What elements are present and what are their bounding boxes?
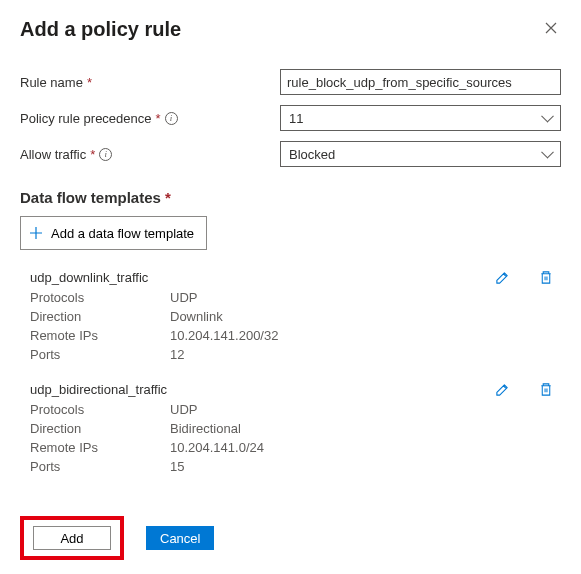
add-policy-rule-panel: Add a policy rule Rule name * Policy rul…	[0, 0, 581, 574]
add-button-label: Add	[60, 531, 83, 546]
template-remote-ips: 10.204.141.0/24	[170, 440, 264, 455]
templates-section-title-text: Data flow templates	[20, 189, 161, 206]
template-ports: 15	[170, 459, 184, 474]
panel-footer: Add Cancel	[20, 516, 214, 560]
required-asterisk: *	[156, 111, 161, 126]
precedence-label: Policy rule precedence * i	[20, 111, 280, 126]
trash-icon	[539, 382, 553, 397]
allow-traffic-row: Allow traffic * i Blocked	[20, 141, 561, 167]
precedence-label-text: Policy rule precedence	[20, 111, 152, 126]
pencil-icon	[495, 382, 510, 397]
rule-name-input[interactable]	[280, 69, 561, 95]
allow-traffic-label-text: Allow traffic	[20, 147, 86, 162]
add-button[interactable]: Add	[33, 526, 111, 550]
template-direction: Downlink	[170, 309, 223, 324]
field-label-ports: Ports	[30, 347, 170, 362]
precedence-select[interactable]: 11	[280, 105, 561, 131]
panel-header: Add a policy rule	[20, 18, 561, 41]
close-button[interactable]	[541, 18, 561, 38]
allow-traffic-value: Blocked	[289, 147, 335, 162]
field-label-remote-ips: Remote IPs	[30, 328, 170, 343]
highlight-box: Add	[20, 516, 124, 560]
templates-section-title: Data flow templates *	[20, 189, 561, 206]
info-icon[interactable]: i	[99, 148, 112, 161]
cancel-button-label: Cancel	[160, 531, 200, 546]
close-icon	[545, 22, 557, 34]
rule-name-row: Rule name *	[20, 69, 561, 95]
info-icon[interactable]: i	[165, 112, 178, 125]
allow-traffic-label: Allow traffic * i	[20, 147, 280, 162]
rule-name-label: Rule name *	[20, 75, 280, 90]
edit-template-button[interactable]	[493, 268, 511, 286]
add-data-flow-template-button[interactable]: Add a data flow template	[20, 216, 207, 250]
field-label-remote-ips: Remote IPs	[30, 440, 170, 455]
template-protocols: UDP	[170, 290, 197, 305]
data-flow-template: udp_downlink_traffic ProtocolsUDP Direct…	[20, 268, 561, 362]
required-asterisk: *	[90, 147, 95, 162]
template-name: udp_downlink_traffic	[30, 270, 493, 285]
add-template-label: Add a data flow template	[51, 226, 194, 241]
required-asterisk: *	[87, 75, 92, 90]
delete-template-button[interactable]	[537, 268, 555, 286]
panel-title: Add a policy rule	[20, 18, 181, 41]
field-label-direction: Direction	[30, 309, 170, 324]
plus-icon	[29, 226, 43, 240]
allow-traffic-select[interactable]: Blocked	[280, 141, 561, 167]
template-direction: Bidirectional	[170, 421, 241, 436]
edit-template-button[interactable]	[493, 380, 511, 398]
template-ports: 12	[170, 347, 184, 362]
required-asterisk: *	[165, 189, 171, 206]
precedence-row: Policy rule precedence * i 11	[20, 105, 561, 131]
pencil-icon	[495, 270, 510, 285]
template-remote-ips: 10.204.141.200/32	[170, 328, 278, 343]
field-label-ports: Ports	[30, 459, 170, 474]
template-protocols: UDP	[170, 402, 197, 417]
precedence-value: 11	[289, 111, 303, 126]
template-name: udp_bidirectional_traffic	[30, 382, 493, 397]
data-flow-template: udp_bidirectional_traffic ProtocolsUDP D…	[20, 380, 561, 474]
delete-template-button[interactable]	[537, 380, 555, 398]
trash-icon	[539, 270, 553, 285]
rule-name-label-text: Rule name	[20, 75, 83, 90]
field-label-direction: Direction	[30, 421, 170, 436]
field-label-protocols: Protocols	[30, 402, 170, 417]
field-label-protocols: Protocols	[30, 290, 170, 305]
cancel-button[interactable]: Cancel	[146, 526, 214, 550]
